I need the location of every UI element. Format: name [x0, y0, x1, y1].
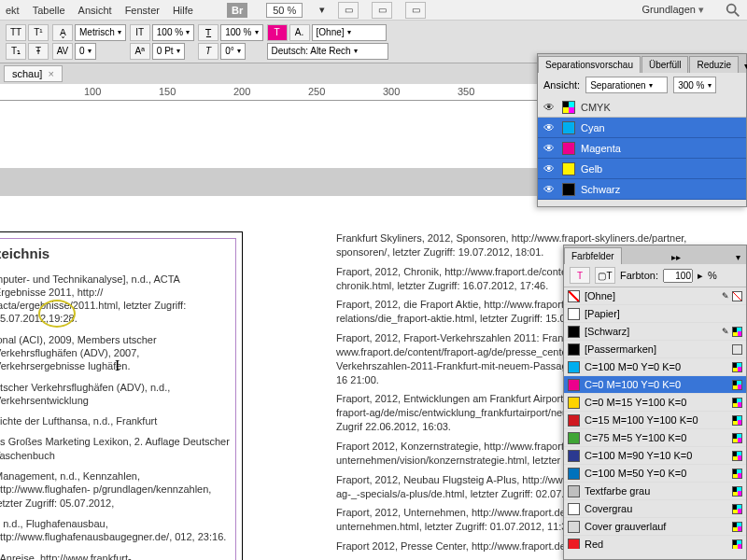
swatch-row[interactable]: C=15 M=100 Y=100 K=0 — [564, 412, 746, 429]
char-style[interactable]: [Ohne] — [312, 24, 387, 41]
swatch-row[interactable]: Red — [564, 536, 746, 549]
swatch-row[interactable]: C=100 M=0 Y=0 K=0 — [564, 358, 746, 376]
baseline-value[interactable]: 0 Pt — [152, 43, 185, 60]
tab-trap[interactable]: Überfüll — [641, 56, 688, 73]
swatch-row[interactable]: C=0 M=100 Y=0 K=0 — [564, 376, 746, 394]
tracking-icon[interactable]: AV — [52, 43, 73, 60]
swatch-name: C=100 M=90 Y=10 K=0 — [585, 450, 727, 461]
arrange-icon[interactable]: ▭ — [405, 2, 426, 19]
annotation-circle-icon — [38, 300, 76, 328]
swatch-name: C=0 M=15 Y=100 K=0 — [585, 397, 727, 408]
text-frame[interactable]: zeichnis mputer- und Technikanalyse], n.… — [0, 238, 236, 560]
separation-row[interactable]: 👁Gelb — [538, 159, 746, 179]
tracking-value[interactable]: 0 — [75, 43, 96, 60]
menu-view[interactable]: Ansicht — [78, 5, 112, 16]
fill-swatch-icon[interactable]: T — [267, 24, 288, 41]
swatch-row[interactable]: Textfarbe grau — [564, 483, 746, 500]
view-mode[interactable]: Separationen — [585, 77, 668, 93]
tab-separations[interactable]: Separationsvorschau — [538, 56, 641, 73]
swatch-color-icon — [568, 521, 580, 533]
stroke-proxy-icon[interactable]: ▢T — [595, 267, 615, 284]
menu-table[interactable]: Tabelle — [33, 5, 65, 16]
tab-flatten[interactable]: Reduzie — [689, 56, 739, 73]
tab-swatches[interactable]: Farbfelder — [564, 247, 622, 264]
search-icon[interactable] — [725, 2, 741, 19]
separation-row[interactable]: 👁Schwarz — [538, 179, 746, 200]
swatch-row[interactable]: C=75 M=5 Y=100 K=0 — [564, 429, 746, 447]
swatch-color-icon — [568, 414, 580, 427]
separation-row[interactable]: 👁Cyan — [538, 118, 746, 138]
ink-name: Cyan — [581, 122, 605, 133]
ink-name: Magenta — [581, 143, 621, 154]
swatch-row[interactable]: [Ohne]✎ — [564, 287, 746, 305]
kerning-icon[interactable]: A̬ — [52, 24, 73, 41]
separation-row[interactable]: 👁CMYK — [538, 97, 746, 118]
char-style-icon[interactable]: A. — [289, 24, 310, 41]
paragraph: mputer- und Technikanalyse], n.d., ACTA … — [0, 273, 230, 326]
menu-object[interactable]: ekt — [6, 5, 20, 16]
swatch-row[interactable]: [Papier] — [564, 305, 746, 323]
menu-window[interactable]: Fenster — [125, 5, 160, 16]
hscale-value[interactable]: 100 % — [220, 24, 262, 41]
view-label: Ansicht: — [543, 79, 580, 91]
tint-slider-icon[interactable]: ▸ — [698, 270, 703, 282]
tint-input[interactable] — [663, 269, 693, 283]
panel-menu-icon[interactable]: ▾ — [731, 250, 745, 264]
swatch-color-icon — [568, 308, 580, 320]
bridge-icon[interactable]: Br — [227, 3, 247, 18]
swatch-name: C=100 M=50 Y=0 K=0 — [585, 468, 727, 479]
menu-help[interactable]: Hilfe — [173, 5, 193, 16]
swatch-row[interactable]: C=0 M=15 Y=100 K=0 — [564, 394, 746, 412]
swatch-color-icon — [568, 343, 580, 356]
view-options-icon[interactable]: ▭ — [338, 2, 359, 19]
visibility-icon[interactable]: 👁 — [542, 162, 557, 175]
sep-zoom[interactable]: 300 % — [673, 77, 715, 93]
swatch-color-icon — [568, 503, 580, 515]
swatch-color-icon — [568, 468, 580, 480]
swatch-name: C=75 M=5 Y=100 K=0 — [585, 432, 727, 443]
superscript-icon[interactable]: TT — [6, 24, 26, 41]
subscript-icon[interactable]: T₁ — [6, 43, 26, 60]
visibility-icon[interactable]: 👁 — [542, 183, 557, 196]
swatch-name: [Papier] — [585, 308, 738, 319]
language[interactable]: Deutsch: Alte Rech — [267, 43, 388, 60]
color-swatch-icon — [562, 183, 575, 196]
kerning-mode[interactable]: Metrisch — [75, 24, 126, 41]
hscale-icon[interactable]: T̲ — [198, 24, 218, 41]
swatch-color-icon — [568, 397, 580, 409]
baseline-icon[interactable]: Aª — [130, 43, 150, 60]
swatch-color-icon — [568, 326, 580, 338]
doc-tab[interactable]: schau]× — [4, 65, 63, 82]
separation-row[interactable]: 👁Magenta — [538, 138, 746, 159]
strikethrough-icon[interactable]: Ŧ — [28, 43, 49, 60]
paragraph: Management, n.d., Kennzahlen, http://www… — [0, 469, 230, 510]
visibility-icon[interactable]: 👁 — [542, 101, 557, 114]
visibility-icon[interactable]: 👁 — [542, 121, 557, 134]
skew-value[interactable]: 0° — [220, 43, 246, 60]
panel-menu-icon[interactable]: ▾ — [740, 59, 747, 73]
swatch-row[interactable]: [Schwarz]✎ — [564, 323, 746, 341]
visibility-icon[interactable]: 👁 — [542, 142, 557, 155]
vscale-icon[interactable]: IT — [130, 24, 150, 41]
colormode-icon — [732, 433, 742, 443]
swatch-row[interactable]: Covergrau — [564, 500, 746, 518]
screen-mode-icon[interactable]: ▭ — [372, 2, 392, 19]
swatch-color-icon — [568, 290, 580, 302]
workspace-switcher[interactable]: Grundlagen — [641, 4, 696, 15]
swatch-row[interactable]: [Passermarken] — [564, 341, 746, 358]
smallcaps-icon[interactable]: T¹ — [28, 24, 49, 41]
fill-proxy-icon[interactable]: T — [570, 267, 590, 284]
swatch-row[interactable]: C=100 M=50 Y=0 K=0 — [564, 465, 746, 483]
swatch-name: [Schwarz] — [585, 326, 715, 337]
zoom-level[interactable]: 50 % — [266, 3, 303, 18]
menu-bar: ekt Tabelle Ansicht Fenster Hilfe Br 50 … — [0, 0, 747, 21]
close-icon[interactable]: × — [48, 68, 53, 79]
swatch-row[interactable]: C=100 M=90 Y=10 K=0 — [564, 447, 746, 465]
skew-icon[interactable]: T — [198, 43, 218, 60]
swatch-row[interactable]: Cover grauverlauf — [564, 518, 746, 536]
vscale-value[interactable]: 100 % — [152, 24, 194, 41]
colormode-icon — [732, 380, 742, 390]
panel-collapse-icon[interactable]: ▸▸ — [667, 250, 685, 264]
colormode-icon — [732, 291, 742, 301]
colormode-icon — [732, 362, 742, 372]
